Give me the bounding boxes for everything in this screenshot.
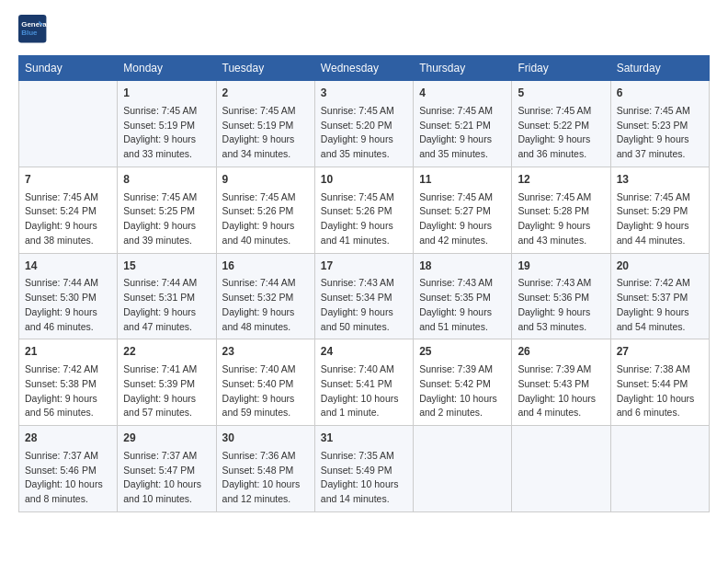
calendar-cell: 16Sunrise: 7:44 AMSunset: 5:32 PMDayligh…	[216, 253, 314, 339]
day-number: 4	[419, 86, 506, 101]
calendar-cell: 14Sunrise: 7:44 AMSunset: 5:30 PMDayligh…	[19, 253, 118, 339]
calendar-cell: 15Sunrise: 7:44 AMSunset: 5:31 PMDayligh…	[118, 253, 216, 339]
calendar-cell: 21Sunrise: 7:42 AMSunset: 5:38 PMDayligh…	[19, 339, 118, 426]
day-number: 11	[419, 172, 506, 188]
page-header: General Blue	[18, 15, 710, 44]
calendar-cell: 11Sunrise: 7:45 AMSunset: 5:27 PMDayligh…	[414, 167, 512, 253]
calendar-cell: 4Sunrise: 7:45 AMSunset: 5:21 PMDaylight…	[414, 81, 512, 167]
day-info: Sunrise: 7:45 AMSunset: 5:19 PMDaylight:…	[222, 104, 309, 162]
day-info: Sunrise: 7:44 AMSunset: 5:32 PMDaylight:…	[222, 276, 309, 334]
calendar-cell	[19, 81, 118, 167]
day-info: Sunrise: 7:43 AMSunset: 5:36 PMDaylight:…	[518, 276, 604, 334]
day-info: Sunrise: 7:45 AMSunset: 5:26 PMDaylight:…	[222, 190, 309, 248]
calendar-cell: 12Sunrise: 7:45 AMSunset: 5:28 PMDayligh…	[512, 167, 610, 253]
week-row-2: 7Sunrise: 7:45 AMSunset: 5:24 PMDaylight…	[19, 167, 710, 253]
day-number: 16	[222, 259, 309, 274]
day-number: 15	[123, 259, 210, 274]
calendar-cell	[414, 426, 512, 512]
day-number: 14	[25, 259, 111, 274]
calendar-cell	[512, 426, 610, 512]
day-number: 22	[123, 344, 210, 360]
day-info: Sunrise: 7:45 AMSunset: 5:22 PMDaylight:…	[518, 104, 604, 162]
day-info: Sunrise: 7:42 AMSunset: 5:38 PMDaylight:…	[25, 362, 111, 420]
header-day-monday: Monday	[118, 56, 216, 81]
day-info: Sunrise: 7:35 AMSunset: 5:49 PMDaylight:…	[321, 449, 407, 507]
day-number: 3	[321, 86, 407, 101]
day-info: Sunrise: 7:45 AMSunset: 5:23 PMDaylight:…	[617, 104, 703, 162]
day-info: Sunrise: 7:40 AMSunset: 5:40 PMDaylight:…	[222, 362, 309, 420]
day-number: 29	[123, 431, 210, 446]
day-info: Sunrise: 7:45 AMSunset: 5:26 PMDaylight:…	[321, 190, 407, 248]
day-number: 28	[25, 431, 111, 446]
day-number: 7	[25, 172, 111, 188]
day-info: Sunrise: 7:45 AMSunset: 5:27 PMDaylight:…	[419, 190, 506, 248]
day-info: Sunrise: 7:39 AMSunset: 5:43 PMDaylight:…	[518, 362, 604, 420]
day-info: Sunrise: 7:44 AMSunset: 5:31 PMDaylight:…	[123, 276, 210, 334]
day-info: Sunrise: 7:42 AMSunset: 5:37 PMDaylight:…	[617, 276, 703, 334]
calendar-cell: 30Sunrise: 7:36 AMSunset: 5:48 PMDayligh…	[216, 426, 314, 512]
day-info: Sunrise: 7:40 AMSunset: 5:41 PMDaylight:…	[321, 362, 407, 420]
day-number: 31	[321, 431, 407, 446]
header-day-tuesday: Tuesday	[216, 56, 314, 81]
calendar-cell: 28Sunrise: 7:37 AMSunset: 5:46 PMDayligh…	[19, 426, 118, 512]
svg-text:Blue: Blue	[21, 29, 38, 37]
day-number: 12	[518, 172, 604, 188]
day-info: Sunrise: 7:45 AMSunset: 5:19 PMDaylight:…	[123, 104, 210, 162]
day-number: 27	[617, 344, 703, 360]
calendar-cell: 6Sunrise: 7:45 AMSunset: 5:23 PMDaylight…	[610, 81, 709, 167]
day-info: Sunrise: 7:37 AMSunset: 5:47 PMDaylight:…	[123, 449, 210, 507]
day-number: 5	[518, 86, 604, 101]
day-number: 8	[123, 172, 210, 188]
day-info: Sunrise: 7:45 AMSunset: 5:20 PMDaylight:…	[321, 104, 407, 162]
day-number: 13	[617, 172, 703, 188]
calendar-cell: 19Sunrise: 7:43 AMSunset: 5:36 PMDayligh…	[512, 253, 610, 339]
calendar-cell: 13Sunrise: 7:45 AMSunset: 5:29 PMDayligh…	[610, 167, 709, 253]
day-number: 24	[321, 344, 407, 360]
day-info: Sunrise: 7:45 AMSunset: 5:28 PMDaylight:…	[518, 190, 604, 248]
day-info: Sunrise: 7:37 AMSunset: 5:46 PMDaylight:…	[25, 449, 111, 507]
day-number: 18	[419, 259, 506, 274]
header-day-saturday: Saturday	[610, 56, 709, 81]
day-number: 1	[123, 86, 210, 101]
calendar-cell: 24Sunrise: 7:40 AMSunset: 5:41 PMDayligh…	[314, 339, 413, 426]
day-info: Sunrise: 7:45 AMSunset: 5:21 PMDaylight:…	[419, 104, 506, 162]
day-info: Sunrise: 7:39 AMSunset: 5:42 PMDaylight:…	[419, 362, 506, 420]
header-day-thursday: Thursday	[414, 56, 512, 81]
week-row-3: 14Sunrise: 7:44 AMSunset: 5:30 PMDayligh…	[19, 253, 710, 339]
day-number: 25	[419, 344, 506, 360]
calendar-cell	[610, 426, 709, 512]
header-row: SundayMondayTuesdayWednesdayThursdayFrid…	[19, 56, 710, 81]
calendar-cell: 26Sunrise: 7:39 AMSunset: 5:43 PMDayligh…	[512, 339, 610, 426]
day-number: 26	[518, 344, 604, 360]
calendar-cell: 9Sunrise: 7:45 AMSunset: 5:26 PMDaylight…	[216, 167, 314, 253]
day-info: Sunrise: 7:43 AMSunset: 5:34 PMDaylight:…	[321, 276, 407, 334]
logo: General Blue	[18, 15, 51, 44]
day-number: 9	[222, 172, 309, 188]
day-info: Sunrise: 7:36 AMSunset: 5:48 PMDaylight:…	[222, 449, 309, 507]
day-number: 30	[222, 431, 309, 446]
day-number: 19	[518, 259, 604, 274]
day-number: 10	[321, 172, 407, 188]
day-info: Sunrise: 7:45 AMSunset: 5:25 PMDaylight:…	[123, 190, 210, 248]
header-day-wednesday: Wednesday	[314, 56, 413, 81]
header-day-friday: Friday	[512, 56, 610, 81]
day-info: Sunrise: 7:45 AMSunset: 5:24 PMDaylight:…	[25, 190, 111, 248]
calendar-cell: 2Sunrise: 7:45 AMSunset: 5:19 PMDaylight…	[216, 81, 314, 167]
day-info: Sunrise: 7:38 AMSunset: 5:44 PMDaylight:…	[617, 362, 703, 420]
calendar-cell: 22Sunrise: 7:41 AMSunset: 5:39 PMDayligh…	[118, 339, 216, 426]
day-number: 6	[617, 86, 703, 101]
week-row-5: 28Sunrise: 7:37 AMSunset: 5:46 PMDayligh…	[19, 426, 710, 512]
calendar-cell: 23Sunrise: 7:40 AMSunset: 5:40 PMDayligh…	[216, 339, 314, 426]
calendar-cell: 29Sunrise: 7:37 AMSunset: 5:47 PMDayligh…	[118, 426, 216, 512]
calendar-header: SundayMondayTuesdayWednesdayThursdayFrid…	[19, 56, 710, 81]
svg-text:General: General	[21, 20, 48, 29]
calendar-cell: 20Sunrise: 7:42 AMSunset: 5:37 PMDayligh…	[610, 253, 709, 339]
calendar-cell: 7Sunrise: 7:45 AMSunset: 5:24 PMDaylight…	[19, 167, 118, 253]
day-number: 2	[222, 86, 309, 101]
day-number: 17	[321, 259, 407, 274]
logo-icon: General Blue	[18, 15, 48, 44]
calendar-cell: 25Sunrise: 7:39 AMSunset: 5:42 PMDayligh…	[414, 339, 512, 426]
calendar-cell: 8Sunrise: 7:45 AMSunset: 5:25 PMDaylight…	[118, 167, 216, 253]
calendar-cell: 31Sunrise: 7:35 AMSunset: 5:49 PMDayligh…	[314, 426, 413, 512]
calendar-table: SundayMondayTuesdayWednesdayThursdayFrid…	[18, 55, 710, 512]
